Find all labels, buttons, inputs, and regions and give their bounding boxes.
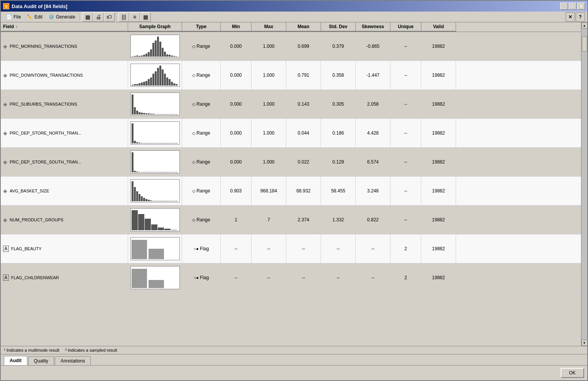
bar-chart-button[interactable]: |||	[118, 12, 129, 22]
chart-bar	[155, 40, 157, 57]
chart-bar	[155, 114, 157, 115]
table-row[interactable]: ◈NUM_PRODUCT_GROUPS◇Range172.3741.3320.8…	[1, 206, 581, 234]
close-x-button[interactable]: ✕	[566, 12, 575, 22]
field-name: AVG_BASKET_SIZE	[10, 189, 49, 193]
range-type-icon: ◇	[192, 102, 195, 107]
chart-bar	[145, 219, 151, 230]
valid-cell: 19882	[421, 32, 456, 61]
flag-bar	[132, 240, 147, 259]
edit-icon: ✏️	[27, 14, 33, 20]
tab-audit[interactable]: Audit	[4, 356, 27, 365]
toolbar-separator-1	[80, 13, 81, 21]
table-row[interactable]: AFLAG_CHILDRENWEAR○●Flag----------219882	[1, 263, 581, 292]
flag-field-icon: A	[3, 275, 9, 281]
chart-bar	[148, 52, 150, 57]
chart-bar	[152, 114, 154, 115]
chart-bar	[145, 81, 147, 86]
chart-bar	[159, 201, 161, 201]
chart-bar	[173, 114, 175, 115]
max-cell: 1.000	[252, 61, 286, 89]
unique-cell: --	[390, 119, 421, 147]
chart-bar	[171, 143, 173, 143]
chart-bar	[173, 143, 175, 143]
graph-cell	[128, 263, 182, 292]
unique-cell: --	[390, 32, 421, 61]
close-button[interactable]: ✕	[577, 3, 585, 10]
chart-bar	[134, 107, 136, 115]
status-text-1: ¹ Indicates a multimode result	[4, 348, 59, 352]
table-row[interactable]: ◈PRC_DOWNTOWN_TRANSACTIONS◇Range0.0001.0…	[1, 61, 581, 90]
max-cell: --	[252, 234, 286, 263]
chart-bar	[132, 152, 133, 172]
mean-cell: 68.932	[286, 177, 321, 205]
chart-bar	[139, 143, 140, 143]
table-button[interactable]: ▦	[140, 12, 151, 22]
chart-bar	[162, 69, 164, 86]
maximize-button[interactable]: □	[569, 3, 576, 10]
chart-bar	[176, 143, 177, 143]
max-cell: 968.184	[252, 177, 286, 205]
bar-chart	[131, 209, 179, 231]
scroll-down-arrow[interactable]: ▼	[581, 340, 588, 346]
table-row[interactable]: ◈PRC_DEP_STORE_SOUTH_TRAN...◇Range0.0001…	[1, 148, 581, 177]
menu-file[interactable]: 📄 File	[3, 13, 24, 21]
field-cell: ◈PRC_MORNING_TRANSACTIONS	[1, 32, 128, 61]
std_dev-cell: 1.332	[321, 206, 356, 234]
tab-annotations[interactable]: Annotations	[55, 356, 91, 365]
skewness-cell: --	[356, 263, 390, 292]
skewness-cell: 0.822	[356, 206, 390, 234]
scroll-track[interactable]	[581, 29, 588, 340]
field-name: NUM_PRODUCT_GROUPS	[10, 217, 63, 222]
help-button[interactable]: ?	[576, 12, 585, 22]
valid-cell: 19882	[421, 90, 456, 118]
menu-edit[interactable]: ✏️ Edit	[24, 13, 46, 21]
tab-quality[interactable]: Quality	[28, 356, 54, 365]
main-window: Q Data Audit of [84 fields] _ □ ✕ 📄 File…	[0, 0, 588, 381]
std_dev-cell: --	[321, 234, 356, 263]
table-row[interactable]: ◈PRC_SUBURBS_TRANSACTIONS◇Range0.0001.00…	[1, 90, 581, 119]
skewness-cell: 2.058	[356, 90, 390, 118]
type-label: Range	[196, 159, 210, 165]
type-label: Range	[196, 44, 210, 49]
chart-bar	[139, 194, 140, 201]
graph-cell	[128, 32, 182, 61]
list-button[interactable]: ≡	[129, 12, 140, 22]
min-cell: 0.903	[221, 177, 252, 205]
chart-bar	[141, 143, 143, 143]
chart-bar	[176, 56, 177, 57]
chart-bar	[173, 172, 175, 172]
chart-bar	[151, 224, 157, 230]
type-label: Range	[196, 72, 210, 78]
table-row[interactable]: AFLAG_BEAUTY○●Flag----------219882	[1, 234, 581, 263]
chart-bar	[148, 172, 150, 172]
mean-cell: 0.791	[286, 61, 321, 89]
field-name: PRC_MORNING_TRANSACTIONS	[10, 44, 77, 49]
chart-bar	[176, 84, 177, 86]
menu-generate[interactable]: ⚙️ Generate	[46, 13, 78, 21]
valid-cell: 19882	[421, 148, 456, 176]
scroll-thumb[interactable]	[582, 36, 587, 52]
minimize-button[interactable]: _	[560, 3, 568, 10]
chart-bar	[173, 201, 175, 201]
scroll-up-arrow[interactable]: ▲	[581, 22, 588, 29]
chart-bar	[155, 201, 157, 201]
min-cell: --	[221, 263, 252, 292]
print-button[interactable]: 🖨	[93, 12, 104, 22]
table-row[interactable]: ◈AVG_BASKET_SIZE◇Range0.903968.18468.932…	[1, 177, 581, 206]
skewness-cell: -1.447	[356, 61, 390, 89]
graph-cell	[128, 206, 182, 234]
chart-bar	[134, 56, 136, 57]
type-cell: ◇Range	[182, 206, 221, 234]
type-cell: ○●Flag	[182, 234, 221, 263]
grid-button[interactable]: ▦	[82, 12, 93, 22]
chart-bar	[164, 172, 166, 172]
field-name: PRC_DEP_STORE_SOUTH_TRAN...	[10, 160, 81, 164]
chart-bar	[132, 85, 133, 86]
file-icon: 📄	[6, 14, 12, 20]
table-row[interactable]: ◈PRC_DEP_STORE_NORTH_TRAN...◇Range0.0001…	[1, 119, 581, 148]
tag-button[interactable]: 🏷	[104, 12, 115, 22]
chart-bar	[155, 143, 157, 143]
chart-bar	[162, 172, 164, 172]
table-row[interactable]: ◈PRC_MORNING_TRANSACTIONS◇Range0.0001.00…	[1, 32, 581, 61]
ok-button[interactable]: OK	[561, 368, 584, 378]
